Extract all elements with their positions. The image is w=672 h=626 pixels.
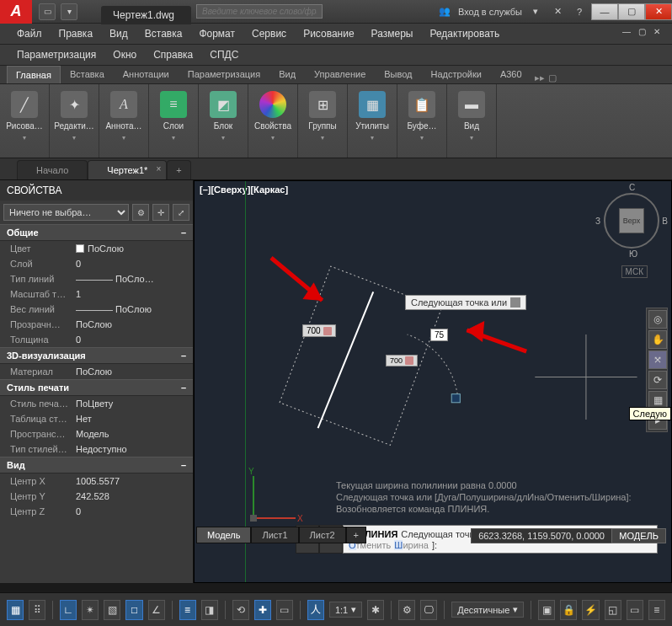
help-search-input[interactable]	[196, 4, 323, 19]
prop-value[interactable]: Модель	[76, 429, 193, 439]
status-osnap-icon[interactable]: □	[125, 600, 142, 620]
help-icon[interactable]: ?	[571, 4, 588, 19]
status-transparency-icon[interactable]: ◨	[201, 600, 218, 620]
ribbon-tab-manage[interactable]: Управление	[305, 65, 375, 83]
status-scale-dropdown[interactable]: 1:1 ▾	[329, 602, 362, 618]
menu-tools[interactable]: Сервис	[243, 25, 295, 42]
minimize-button[interactable]: —	[591, 3, 618, 20]
ribbon-overflow-icon[interactable]: ▸▸	[535, 72, 545, 83]
prop-group-header[interactable]: Общие–	[0, 224, 193, 241]
prop-row[interactable]: Масштаб т…1	[0, 286, 193, 302]
doc-close-icon[interactable]: ✕	[650, 25, 664, 37]
status-otrack-icon[interactable]: ∠	[148, 600, 165, 620]
nav-zoom-extents-icon[interactable]: ⤧	[648, 350, 667, 369]
ribbon-tab-annotate[interactable]: Аннотации	[114, 65, 179, 83]
app-logo[interactable]: A	[0, 0, 32, 24]
gear-icon[interactable]	[510, 297, 520, 308]
menu-help[interactable]: Справка	[145, 46, 201, 63]
status-quick-properties-icon[interactable]: ▭	[276, 600, 293, 620]
ribbon-btn-groups[interactable]: ⊞Группы▾	[301, 88, 344, 152]
ribbon-btn-draw[interactable]: ╱Рисова…▾	[3, 88, 45, 152]
prop-row[interactable]: ЦветПоСлою	[0, 241, 193, 256]
doc-minimize-icon[interactable]: —	[620, 25, 633, 37]
status-isolate-icon[interactable]: ◱	[605, 600, 621, 620]
ribbon-btn-clipboard[interactable]: 📋Буфе…▾	[401, 88, 443, 152]
status-dynamic-input-icon[interactable]: ✚	[254, 600, 271, 620]
ribbon-btn-modify[interactable]: ✦Редакти…▾	[53, 88, 95, 152]
menu-insert[interactable]: Вставка	[136, 25, 191, 42]
ribbon-tab-insert[interactable]: Вставка	[61, 65, 114, 83]
close-button[interactable]: ✕	[645, 3, 672, 20]
prop-value[interactable]: ПоСлою	[76, 367, 193, 377]
ribbon-btn-properties[interactable]: Свойства▾	[252, 88, 294, 152]
prop-group-header[interactable]: Вид–	[0, 457, 193, 474]
menu-file[interactable]: Файл	[8, 25, 51, 42]
ribbon-btn-layers[interactable]: ≡Слои▾	[152, 88, 195, 152]
status-annoscale-icon[interactable]: 人	[307, 600, 324, 620]
ribbon-btn-block[interactable]: ◩Блок▾	[202, 88, 244, 152]
status-polar-icon[interactable]: ✴	[82, 600, 99, 620]
ribbon-btn-utilities[interactable]: ▦Утилиты▾	[351, 88, 393, 152]
status-snap-icon[interactable]: ⠿	[29, 600, 45, 620]
prop-row[interactable]: Толщина0	[0, 332, 193, 347]
ribbon-tab-view[interactable]: Вид	[269, 65, 305, 83]
prop-value[interactable]: 0	[76, 259, 193, 269]
status-annovis-icon[interactable]: ✱	[367, 600, 384, 620]
prop-row[interactable]: Слой0	[0, 256, 193, 271]
ribbon-btn-view[interactable]: ▬Вид▾	[451, 88, 493, 152]
ribbon-tab-a360[interactable]: A360	[491, 65, 531, 83]
prop-value[interactable]: Недоступно	[76, 444, 193, 454]
maximize-button[interactable]: ▢	[618, 3, 645, 20]
pick-add-icon[interactable]: ✛	[152, 204, 169, 221]
layout-tab-add[interactable]: +	[346, 527, 366, 543]
file-tab-add[interactable]: +	[167, 160, 190, 179]
prop-value[interactable]: 1005.5577	[76, 476, 193, 486]
status-customize-icon[interactable]: ≡	[648, 600, 665, 620]
status-workspace-icon[interactable]: ⚙	[398, 600, 415, 620]
prop-group-header[interactable]: 3D-визуализация–	[0, 347, 193, 364]
file-tab-start[interactable]: Начало	[17, 160, 88, 179]
wcs-label[interactable]: МСК	[621, 265, 648, 278]
prop-row[interactable]: Таблица ст…Нет	[0, 411, 193, 426]
nav-orbit-icon[interactable]: ⟳	[648, 371, 667, 389]
menu-spds[interactable]: СПДС	[201, 46, 247, 63]
file-tab-drawing1[interactable]: Чертеж1*	[88, 160, 167, 179]
menu-parametric[interactable]: Параметризация	[8, 46, 104, 63]
status-clean-icon[interactable]: ▭	[627, 600, 643, 620]
ribbon-tab-home[interactable]: Главная	[7, 66, 61, 83]
prop-value[interactable]: Нет	[76, 414, 193, 424]
select-objects-icon[interactable]: ⤢	[173, 204, 189, 221]
status-qp-icon[interactable]: ▣	[538, 600, 555, 620]
ribbon-btn-annotate[interactable]: AАннота…▾	[103, 88, 145, 152]
prop-row[interactable]: Пространс…Модель	[0, 426, 193, 441]
prop-row[interactable]: Центр X1005.5577	[0, 474, 193, 489]
prop-value[interactable]: ———— ПоСлою	[76, 304, 193, 314]
dynamic-input-angle[interactable]: 75	[430, 329, 448, 341]
quick-select-icon[interactable]: ⚙	[132, 204, 149, 221]
layout-tab-sheet2[interactable]: Лист2	[299, 527, 346, 543]
ribbon-tab-parametric[interactable]: Параметризация	[179, 65, 269, 83]
prop-row[interactable]: Центр Z0	[0, 504, 193, 519]
prop-row[interactable]: Тип стилей…Недоступно	[0, 441, 193, 457]
nav-wheel-icon[interactable]: ◎	[648, 310, 667, 329]
prop-value[interactable]: 242.528	[76, 491, 193, 501]
prop-group-header[interactable]: Стиль печати–	[0, 379, 193, 396]
status-ortho-icon[interactable]: ∟	[60, 600, 77, 620]
drawing-viewport[interactable]: [–][Сверху][Каркас] 700 75	[194, 180, 672, 583]
prop-value[interactable]: 0	[76, 506, 193, 516]
menu-dimension[interactable]: Размеры	[363, 25, 422, 42]
model-space-button[interactable]: МОДЕЛЬ	[611, 528, 666, 543]
ribbon-tab-addins[interactable]: Надстройки	[422, 65, 491, 83]
prop-value[interactable]: ПоСлою	[76, 319, 193, 329]
qat-new-icon[interactable]: ▭	[39, 3, 56, 20]
layout-tab-model[interactable]: Модель	[196, 527, 251, 543]
prop-value[interactable]: 0	[76, 334, 193, 345]
status-monitor-icon[interactable]: 🖵	[420, 600, 437, 620]
prop-value[interactable]: ПоСлою	[76, 243, 193, 254]
menu-view[interactable]: Вид	[101, 25, 136, 42]
viewcube[interactable]: Верх С Ю В З	[604, 193, 659, 249]
properties-selection-dropdown[interactable]: Ничего не выбра…	[3, 204, 129, 221]
status-hardware-icon[interactable]: ⚡	[582, 600, 599, 620]
status-cycling-icon[interactable]: ⟲	[232, 600, 249, 620]
menu-draw[interactable]: Рисование	[295, 25, 362, 42]
